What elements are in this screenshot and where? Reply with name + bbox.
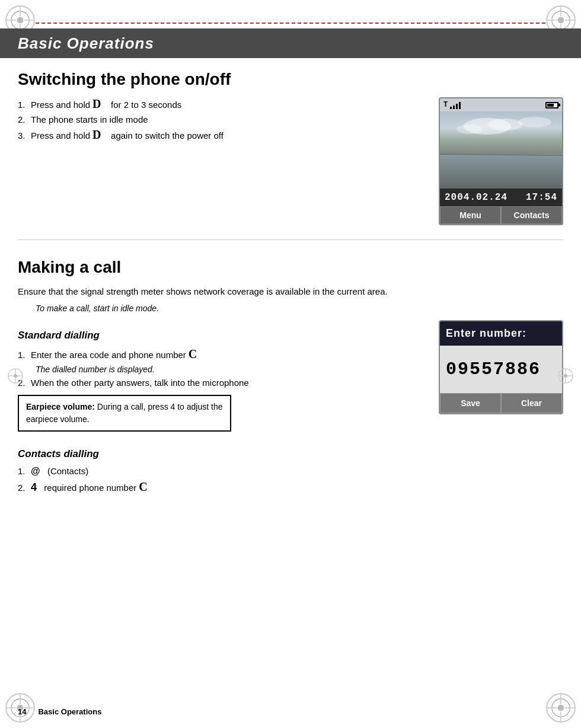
contacts-step-1-text: (Contacts) <box>43 466 89 476</box>
contacts-step-2-text: required phone number <box>39 483 136 493</box>
phone-screen-1: T <box>439 97 563 225</box>
phone2-header: Enter number: <box>440 321 562 346</box>
page-number: 14 <box>18 707 26 716</box>
info-box-bold: Earpiece volume: <box>26 402 95 411</box>
standard-step-1: 1. Enter the area code and phone number … <box>18 347 427 361</box>
side-crosshair-right <box>557 368 574 384</box>
phone2-buttons-row: Save Clear <box>440 393 562 413</box>
step-3-text-before: Press and hold <box>31 130 90 141</box>
svg-point-42 <box>564 374 567 378</box>
signal-bar-3 <box>456 104 458 109</box>
svg-point-32 <box>518 117 551 127</box>
phone2-clear-btn[interactable]: Clear <box>501 393 562 413</box>
signal-bar-1 <box>450 107 452 109</box>
step-3-key: D <box>92 128 101 142</box>
switching-title: Switching the phone on/off <box>18 70 563 89</box>
contacts-dialling-title: Contacts dialling <box>18 448 563 460</box>
battery-fill <box>547 104 554 107</box>
svg-point-31 <box>456 124 483 134</box>
section-divider-1 <box>18 240 563 240</box>
phone-screen-2: Enter number: 09557886 Save Clear <box>439 320 563 414</box>
phone-menu-btn[interactable]: Menu <box>440 206 501 224</box>
phone-screen-sky <box>440 111 562 189</box>
phone-time: 17:54 <box>526 192 557 203</box>
standard-dialling-left: Standard dialling 1. Enter the area code… <box>18 320 427 432</box>
step-1-key: D <box>92 97 101 111</box>
phone-buttons-row: Menu Contacts <box>440 206 562 224</box>
header-title: Basic Operations <box>18 34 154 53</box>
standard-step-2: 2. When the other party answers, talk in… <box>18 378 427 388</box>
phone2-number-area: 09557886 <box>440 346 562 393</box>
battery-icon <box>545 102 558 108</box>
phone-status-bar: T <box>440 98 562 111</box>
std-step-1-number: 1. <box>18 350 28 360</box>
section-contacts: Contacts dialling 1. @ (Contacts) 2. 4 r… <box>18 448 563 494</box>
phone-date: 2004.02.24 <box>445 192 507 203</box>
contacts-step-2-number: 2. <box>18 483 28 493</box>
contacts-step-2: 2. 4 required phone number C <box>18 480 563 494</box>
page-label: Basic Operations <box>38 707 101 716</box>
page-footer: 14 Basic Operations <box>18 707 563 716</box>
phone2-number: 09557886 <box>446 359 541 379</box>
step-1-number: 1. <box>18 100 28 110</box>
top-dashed-line <box>36 23 545 24</box>
signal-bar-2 <box>453 106 455 109</box>
std-step-1-text: Enter the area code and phone number <box>31 350 186 360</box>
standard-steps-list-2: 2. When the other party answers, talk in… <box>18 378 427 388</box>
at-symbol: @ <box>31 466 40 477</box>
making-call-title: Making a call <box>18 258 563 277</box>
switching-step-3: 3. Press and hold D again to switch the … <box>18 128 427 142</box>
step-3-text-after: again to switch the power off <box>104 130 224 141</box>
step-2-number: 2. <box>18 114 28 124</box>
phone-screen-1-inner: T <box>440 98 562 224</box>
switching-content-row: 1. Press and hold D for 2 to 3 seconds 2… <box>18 97 563 225</box>
step-1-text-before: Press and hold <box>31 100 90 110</box>
switching-steps-text: 1. Press and hold D for 2 to 3 seconds 2… <box>18 97 427 145</box>
phone-contacts-btn[interactable]: Contacts <box>501 206 562 224</box>
section-making: Making a call Ensure that the signal str… <box>18 258 563 494</box>
making-call-description: Ensure that the signal strength meter sh… <box>18 285 563 299</box>
contacts-step-2-key-num: 4 <box>31 481 37 494</box>
side-crosshair-left <box>7 368 24 384</box>
standard-steps-list: 1. Enter the area code and phone number … <box>18 347 427 361</box>
step-1-text-after: for 2 to 3 seconds <box>104 100 182 110</box>
step-2-text: The phone starts in idle mode <box>31 114 148 124</box>
svg-rect-33 <box>440 154 562 189</box>
phone2-save-btn[interactable]: Save <box>440 393 501 413</box>
standard-dialling-row: Standard dialling 1. Enter the area code… <box>18 320 563 432</box>
switching-steps-list: 1. Press and hold D for 2 to 3 seconds 2… <box>18 97 427 142</box>
svg-point-36 <box>14 374 17 378</box>
header-bar: Basic Operations <box>0 28 581 58</box>
signal-bar-4 <box>459 102 461 109</box>
step-3-number: 3. <box>18 130 28 141</box>
section-switching: Switching the phone on/off 1. Press and … <box>18 70 563 225</box>
svg-point-30 <box>487 119 523 130</box>
contacts-step-1-number: 1. <box>18 466 28 476</box>
earpiece-info-box: Earpiece volume: During a call, press 4 … <box>18 395 231 432</box>
standard-dialling-title: Standard dialling <box>18 330 427 341</box>
svg-point-2 <box>17 17 24 24</box>
switching-step-2: 2. The phone starts in idle mode <box>18 114 427 124</box>
main-content: Switching the phone on/off 1. Press and … <box>18 58 563 692</box>
contacts-step-1: 1. @ (Contacts) <box>18 466 563 477</box>
making-call-note: To make a call, start in idle mode. <box>36 304 563 313</box>
svg-point-9 <box>558 17 564 24</box>
std-step-2-text: When the other party answers, talk into … <box>31 378 249 388</box>
std-step-1-key: C <box>189 347 197 361</box>
signal-bars <box>450 101 461 109</box>
switching-step-1: 1. Press and hold D for 2 to 3 seconds <box>18 97 427 111</box>
contacts-steps-list: 1. @ (Contacts) 2. 4 required phone numb… <box>18 466 563 494</box>
contacts-step-2-key: C <box>139 480 147 494</box>
standard-step-1-subtext: The dialled number is displayed. <box>36 365 427 374</box>
phone-date-time: 2004.02.24 17:54 <box>440 189 562 206</box>
